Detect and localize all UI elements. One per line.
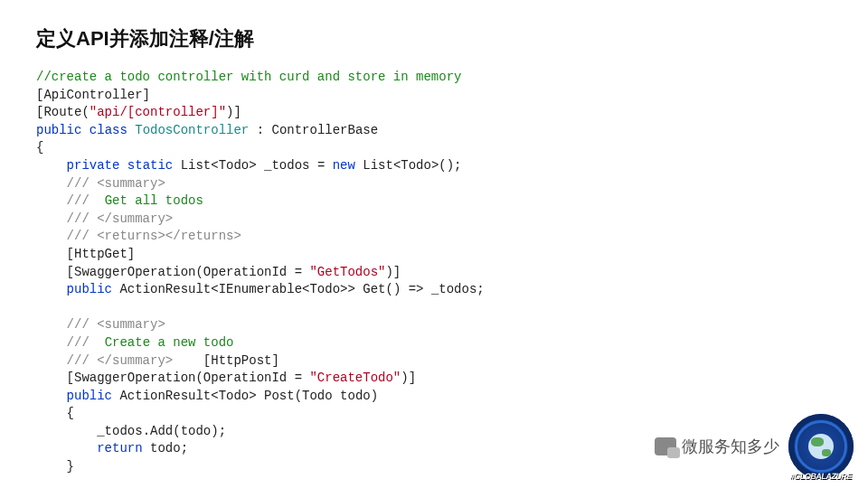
- code-token: ActionResult<Todo> Post(Todo todo): [112, 389, 378, 403]
- code-token: todo;: [143, 441, 188, 455]
- code-token: "CreateTodo": [309, 371, 401, 385]
- code-token: )]: [226, 105, 241, 119]
- code-token: [SwaggerOperation(OperationId =: [67, 371, 310, 385]
- code-token: class: [90, 123, 127, 137]
- code-token: List<Todo>();: [355, 158, 462, 173]
- globe-icon: [808, 434, 834, 459]
- logo-text: #GLOBALAZURE: [789, 472, 853, 481]
- code-token: "GetTodos": [309, 265, 385, 279]
- code-line: /// <summary>: [67, 317, 165, 332]
- code-line: [HttpGet]: [67, 247, 136, 261]
- code-line: [Route(: [36, 105, 90, 119]
- code-token: public: [67, 389, 112, 403]
- code-token: Get all todos: [105, 193, 203, 208]
- wechat-text: 微服务知多少: [682, 436, 779, 457]
- slide-title: 定义API并添加注释/注解: [36, 25, 832, 52]
- code-line: [ApiController]: [36, 88, 150, 102]
- code-token: static: [127, 158, 173, 173]
- footer: 微服务知多少 #GLOBALAZURE: [655, 414, 854, 479]
- wechat-badge: 微服务知多少: [655, 436, 779, 457]
- wechat-icon: [655, 437, 676, 455]
- code-token: )]: [385, 265, 401, 279]
- code-token: List<Todo> _todos =: [173, 158, 332, 173]
- code-token: new: [333, 158, 355, 173]
- code-token: ///: [67, 335, 105, 350]
- code-token: /// </summary>: [67, 353, 174, 368]
- code-token: ///: [67, 193, 105, 208]
- code-token: [SwaggerOperation(OperationId =: [67, 265, 310, 279]
- code-line: }: [67, 459, 74, 474]
- code-token: return: [97, 441, 142, 455]
- code-line: /// </summary>: [67, 211, 174, 226]
- code-line: //create a todo controller with curd and…: [36, 70, 461, 84]
- code-token: [HttpPost]: [173, 353, 279, 368]
- code-token: ActionResult<IEnumerable<Todo>> Get() =>…: [112, 282, 485, 296]
- code-token: public: [36, 123, 81, 137]
- code-token: private: [67, 158, 120, 173]
- code-token: TodosController: [135, 123, 249, 137]
- code-line: {: [67, 406, 74, 420]
- code-token: public: [67, 282, 112, 296]
- code-token: "api/[controller]": [90, 105, 226, 119]
- code-line: {: [36, 140, 43, 155]
- code-line: _todos.Add(todo);: [97, 424, 226, 438]
- code-line: /// <returns></returns>: [67, 229, 241, 243]
- global-azure-logo: #GLOBALAZURE: [788, 414, 854, 479]
- code-token: : ControllerBase: [249, 123, 378, 137]
- code-line: /// <summary>: [67, 176, 165, 191]
- code-token: )]: [401, 371, 416, 385]
- code-token: Create a new todo: [105, 335, 234, 350]
